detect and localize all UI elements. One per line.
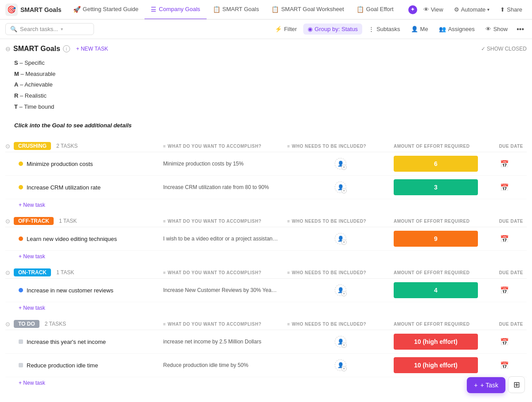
included-icon: ≡ <box>287 144 290 149</box>
todo-collapse-icon[interactable]: ⊙ <box>5 321 10 327</box>
avatar[interactable]: 👤 + <box>335 284 346 296</box>
add-task-fab[interactable]: + + Task <box>467 377 505 393</box>
share-button[interactable]: ⬆ Share <box>496 4 527 15</box>
task-name-cell: Increase CRM utilization rate <box>5 184 163 191</box>
section-title: SMART Goals <box>13 45 60 53</box>
tab-company-goals[interactable]: ☰ Company Goals <box>145 0 206 20</box>
off-track-collapse-icon[interactable]: ⊙ <box>5 218 10 225</box>
show-closed-button[interactable]: ✓ SHOW CLOSED <box>481 46 527 52</box>
task-included: 👤 + <box>287 336 394 347</box>
smart-text-a: – Achievable <box>20 81 53 88</box>
group-off-track: ⊙ OFF-TRACK 1 TASK ≡ WHAT DO YOU WANT TO… <box>5 214 527 262</box>
tab-getting-started-label: Getting Started Guide <box>83 6 139 12</box>
effort-cell: 10 (high effort) <box>394 357 482 373</box>
filter-button[interactable]: ⚡ Filter <box>270 24 301 35</box>
assignees-icon: 👥 <box>439 26 446 32</box>
col-included-header-ontrack: ≡ WHO NEEDS TO BE INCLUDED? <box>287 270 394 275</box>
task-included: 👤 + <box>287 284 394 296</box>
top-nav: 🎯 SMART Goals 🚀 Getting Started Guide ☰ … <box>0 0 532 20</box>
more-options-icon[interactable]: ••• <box>514 24 527 35</box>
search-placeholder: Search tasks... <box>20 26 58 32</box>
tab-worksheet-label: SMART Goal Worksheet <box>281 6 344 12</box>
subtasks-button[interactable]: ⋮ Subtasks <box>364 24 404 35</box>
calendar-icon: 📅 <box>500 286 509 295</box>
on-track-badge: ON-TRACK <box>14 268 51 276</box>
table-row: Reduce production idle time Reduce produ… <box>5 354 527 377</box>
group-status-label: Group by: Status <box>315 26 358 32</box>
tab-getting-started[interactable]: 🚀 Getting Started Guide <box>67 0 145 20</box>
effort-cell: 3 <box>394 179 482 195</box>
share-label: Share <box>507 6 522 13</box>
table-row: Increase in new customer reviews Increas… <box>5 279 527 302</box>
task-name[interactable]: Increase this year's net income <box>27 339 106 345</box>
avatar[interactable]: 👤 + <box>335 158 346 169</box>
me-button[interactable]: 👤 Me <box>407 24 433 35</box>
group-icon: ◉ <box>308 26 313 32</box>
task-name[interactable]: Increase in new customer reviews <box>27 287 113 294</box>
on-track-collapse-icon[interactable]: ⊙ <box>5 269 10 276</box>
new-task-crushing[interactable]: + New task <box>5 199 527 211</box>
smart-text-m: – Measurable <box>20 71 55 77</box>
effort-bar: 10 (high effort) <box>394 357 478 373</box>
view-button[interactable]: 👁 View <box>419 4 448 15</box>
tab-smart-goal-worksheet[interactable]: 📋 SMART Goal Worksheet <box>265 0 350 20</box>
crushing-collapse-icon[interactable]: ⊙ <box>5 143 10 150</box>
task-name-cell: Learn new video editing techniques <box>5 236 163 242</box>
group-status-button[interactable]: ◉ Group by: Status <box>303 24 363 35</box>
group-crushing: ⊙ CRUSHING 2 TASKS ≡ WHAT DO YOU WANT TO… <box>5 139 527 211</box>
automate-icon: ⚙ <box>454 6 459 13</box>
avatar[interactable]: 👤 + <box>335 181 346 193</box>
new-task-button[interactable]: + NEW TASK <box>73 44 112 53</box>
new-task-todo[interactable]: + New task <box>5 377 527 389</box>
section-collapse-icon[interactable]: ⊖ <box>5 45 11 52</box>
effort-bar: 3 <box>394 179 478 195</box>
automate-chevron-icon: ▾ <box>487 7 489 12</box>
task-name[interactable]: Minimize production costs <box>27 161 93 167</box>
col-effort-header-ontrack: AMOUNT OF EFFORT REQUIRED <box>394 270 482 275</box>
task-name-cell: Increase in new customer reviews <box>5 287 163 294</box>
getting-started-icon: 🚀 <box>73 6 81 13</box>
calendar-icon: 📅 <box>500 338 509 346</box>
due-cell[interactable]: 📅 <box>482 338 527 346</box>
task-name[interactable]: Increase CRM utilization rate <box>27 184 101 191</box>
due-cell[interactable]: 📅 <box>482 183 527 192</box>
group-title-cell-crushing: ⊙ CRUSHING 2 TASKS <box>5 142 163 150</box>
task-accomplish: I wish to be a video editor or a project… <box>163 236 278 242</box>
todo-task-count: 2 TASKS <box>45 321 66 327</box>
task-name-cell: Reduce production idle time <box>5 362 163 369</box>
assignees-button[interactable]: 👥 Assignees <box>434 24 479 35</box>
avatar[interactable]: 👤 + <box>335 359 346 371</box>
smart-text-r: – Realistic <box>20 92 47 99</box>
task-included: 👤 + <box>287 359 394 371</box>
fab-label: + Task <box>480 382 498 389</box>
tab-goal-effort-label: Goal Effort <box>366 6 394 12</box>
filter-label: Filter <box>284 26 297 32</box>
due-cell[interactable]: 📅 <box>482 160 527 168</box>
grid-view-icon[interactable]: ⊞ <box>508 376 525 393</box>
search-box[interactable]: 🔍 Search tasks... ▾ <box>5 23 94 35</box>
new-task-on-track[interactable]: + New task <box>5 302 527 314</box>
due-cell[interactable]: 📅 <box>482 286 527 295</box>
due-cell[interactable]: 📅 <box>482 361 527 370</box>
tab-goal-effort[interactable]: 📋 Goal Effort <box>350 0 400 20</box>
task-color-dot <box>19 162 23 166</box>
new-task-off-track[interactable]: + New task <box>5 251 527 262</box>
group-header-on-track: ⊙ ON-TRACK 1 TASK ≡ WHAT DO YOU WANT TO … <box>5 266 527 279</box>
info-icon[interactable]: i <box>63 45 70 52</box>
avatar[interactable]: 👤 + <box>335 336 346 347</box>
automate-button[interactable]: ⚙ Automate ▾ <box>450 4 494 15</box>
task-name[interactable]: Learn new video editing techniques <box>27 236 117 242</box>
avatar[interactable]: 👤 + <box>335 233 346 244</box>
included-icon-4: ≡ <box>287 322 290 327</box>
col-included-header-offtrack: ≡ WHO NEEDS TO BE INCLUDED? <box>287 219 394 224</box>
effort-cell: 6 <box>394 156 482 172</box>
todo-badge: TO DO <box>14 320 39 328</box>
tab-smart-goals[interactable]: 📋 SMART Goals <box>207 0 266 20</box>
section-header: ⊖ SMART Goals i + NEW TASK ✓ SHOW CLOSED <box>5 39 527 55</box>
group-header-off-track: ⊙ OFF-TRACK 1 TASK ≡ WHAT DO YOU WANT TO… <box>5 214 527 227</box>
task-name[interactable]: Reduce production idle time <box>27 362 98 369</box>
company-goals-icon: ☰ <box>151 6 156 13</box>
show-button[interactable]: 👁 Show <box>481 24 512 35</box>
due-cell[interactable]: 📅 <box>482 235 527 243</box>
subtasks-icon: ⋮ <box>368 26 374 32</box>
